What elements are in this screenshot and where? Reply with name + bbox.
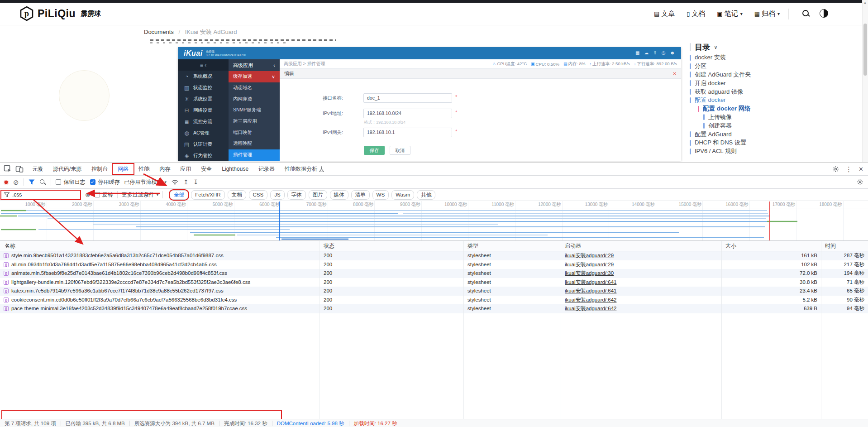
disable-cache-label: 停用缓存 [98,178,120,186]
request-row[interactable]: {} style.min.9becb9501a143231883cfeb6e2a… [0,251,868,260]
request-type-chip[interactable]: 文档 [228,190,246,200]
devtools-tab[interactable]: 安全 [196,163,217,175]
throttling-select[interactable]: 已停用节流模式 ▾ [124,178,167,186]
column-header-name[interactable]: 名称 [0,241,320,251]
close-icon[interactable]: ✕ [858,166,863,173]
search-network-icon[interactable] [39,179,46,186]
import-har-icon[interactable]: ↥ [183,179,189,186]
preserve-log-checkbox[interactable] [56,179,61,185]
ikuai-sidebar-item: ⊟ 网络设置 [178,105,229,116]
devtools-tab[interactable]: 性能 [134,163,154,175]
request-type-chip[interactable]: Wasm [391,190,414,200]
toc-item[interactable]: 创建容器 [690,121,866,130]
nav-item[interactable]: ▣ 笔记 ▾ [717,10,742,18]
nav-item[interactable]: ▦ 归档 ▾ [754,10,780,18]
filter-input[interactable]: .css [1,191,80,199]
breadcrumb-root[interactable]: Documents [144,29,174,35]
devtools-tab[interactable]: 源代码/来源 [48,163,86,175]
request-type-chip[interactable]: JS [270,190,284,200]
devtools-tab[interactable]: 性能数据分析 [280,163,329,175]
ikuai-sidebar-item: ✳ 系统设置 [178,93,229,105]
column-header-time[interactable]: 时间 [821,241,868,251]
toc-item-label: IPV6 / ACL 规则 [695,147,737,155]
clipped-doc-text [150,42,286,43]
request-type-chip[interactable]: 其他 [417,190,435,200]
toc-item-marker [690,140,691,146]
nav-item[interactable]: ▯ 文档 [687,10,705,18]
toc-item[interactable]: 分区 [690,62,866,71]
inspect-element-icon[interactable] [4,165,12,173]
request-type-chip[interactable]: 图片 [309,190,327,200]
network-settings-gear-icon[interactable] [857,178,863,185]
ipv4-address-field: 192.168.10.0/24 [363,109,452,118]
devtools-tab[interactable]: 记录器 [253,163,280,175]
disable-cache-checkbox[interactable] [90,179,95,185]
scroll-up-icon[interactable]: ▲ [863,1,867,4]
toc-item[interactable]: 创建 AdGuard 文件夹 [690,71,866,79]
request-row[interactable]: {} pace-theme-minimal.3e16fae4203c52d348… [0,304,868,313]
export-har-icon[interactable]: ↧ [193,179,199,186]
column-header-type[interactable]: 类型 [464,241,561,251]
initiator-link[interactable]: ikuai安装adguard/:29 [565,262,614,267]
request-type-chip[interactable]: 媒体 [330,190,348,200]
request-type-chip[interactable]: 字体 [287,190,306,200]
toc-item[interactable]: 配置 AdGuard [690,130,866,139]
more-filters-dropdown[interactable]: 更多过滤条件 ▾ [122,191,159,199]
initiator-link[interactable]: ikuai安装adguard/:29 [565,253,614,258]
toc-item[interactable]: IPV6 / ACL 规则 [690,147,866,156]
nav-item-icon: ▯ [687,10,690,17]
request-row[interactable]: {} all.min.0934b1fc0d3a766d41d3adf5e7a11… [0,260,868,269]
filter-icon[interactable] [29,179,35,185]
filter-icon [4,192,10,197]
toc-item[interactable]: 获取 adguard 镜像 [690,87,866,96]
initiator-link[interactable]: ikuai安装adguard/:642 [565,306,616,311]
initiator-link[interactable]: ikuai安装adguard/:642 [565,297,616,302]
toc-item[interactable]: 开启 docker [690,79,866,87]
ikuai-sidebar-icon: ◍ [184,130,190,136]
clear-filter-icon[interactable]: ⊗ [85,192,91,198]
page-scrollbar[interactable]: ▲ [862,0,868,162]
nav-item[interactable]: ▤ 文章 [654,10,675,18]
timeline-tick-label: 13000 毫秒 [563,201,610,208]
invert-checkbox[interactable] [95,192,100,197]
toc-item[interactable]: 配置 docker [690,96,866,105]
initiator-link[interactable]: ikuai安装adguard/:641 [565,288,616,293]
scrollbar-thumb[interactable] [863,24,867,76]
initiator-link[interactable]: ikuai安装adguard/:641 [565,279,616,285]
request-type-chip[interactable]: 清单 [351,190,370,200]
request-row[interactable]: {} katex.min.7e5db7914b97e596a36c1abb67c… [0,287,868,296]
request-row[interactable]: {} animate.min.5fbaeb9f8e25d7e0143bae61d… [0,269,868,278]
record-network-log-icon[interactable] [4,180,9,185]
request-type-chip[interactable]: CSS [249,190,268,200]
column-header-status[interactable]: 状态 [320,241,464,251]
devtools-tab[interactable]: 内存 [154,163,175,175]
network-overview-waterfall[interactable] [0,208,868,241]
devtools-tab[interactable]: 控制台 [86,163,113,175]
toc-item[interactable]: docker 安装 [690,53,866,62]
devtools-tab[interactable]: 应用 [175,163,196,175]
request-row[interactable]: {} cookieconsent.min.cd0d0b6e50ff01ff2f3… [0,296,868,305]
devtools-tab[interactable]: 元素 [27,163,48,175]
devtools-tab[interactable]: Lighthouse [217,163,253,175]
toc-item[interactable]: 上传镜像 [690,113,866,122]
request-row[interactable]: {} lightgallery-bundle.min.120f067ebd6f3… [0,278,868,287]
clear-network-log-icon[interactable]: ⊘ [13,179,19,186]
search-icon[interactable] [802,10,810,18]
site-logo[interactable]: p PiLiQiu 霹雳球 [20,6,101,21]
device-toolbar-icon[interactable] [15,165,24,173]
request-type-chip[interactable]: Fetch/XHR [191,190,224,200]
nav-item-icon: ▣ [717,10,722,17]
request-type-chip[interactable]: 全部 [170,190,188,200]
kebab-menu-icon[interactable]: ⋮ [845,166,852,173]
network-conditions-icon[interactable] [171,179,179,185]
initiator-link[interactable]: ikuai安装adguard/:30 [565,270,614,276]
gear-icon[interactable] [832,166,839,173]
column-header-initiator[interactable]: 启动器 [561,241,722,251]
column-header-size[interactable]: 大小 [722,241,821,251]
toc-item[interactable]: DHCP 和 DNS 设置 [690,139,866,147]
timeline-tick-label: 2000 毫秒 [47,201,94,208]
request-type-chip[interactable]: WS [372,190,389,200]
devtools-tab[interactable]: 网络 [113,164,134,174]
toc-item[interactable]: 配置 docker 网络 [690,105,866,113]
theme-toggle-icon[interactable] [820,9,828,18]
